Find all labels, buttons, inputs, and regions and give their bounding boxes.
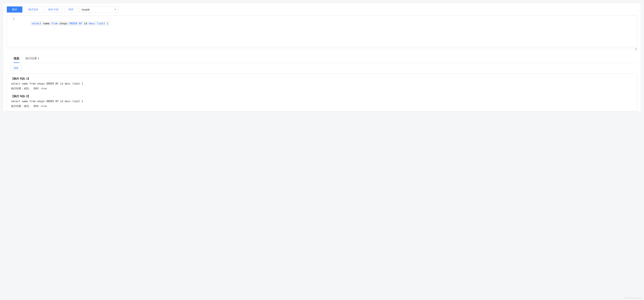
result-sql: select name from shops ORDER BY id desc … [11, 100, 633, 103]
result-head: 【执行 SQL 1】 [11, 77, 633, 80]
database-select[interactable]: tdsqldb [80, 6, 118, 12]
splitter[interactable] [7, 49, 637, 51]
line-number: 1 [7, 17, 14, 21]
execute-button[interactable]: 执行 [7, 6, 22, 12]
editor-code[interactable]: select name from shops ORDER BY id desc … [16, 16, 637, 47]
collapse-down-icon[interactable] [635, 49, 637, 50]
result-meta: 执行结果：成功,耗时：4 ms [11, 87, 633, 90]
result-panel: 【执行 SQL 1】select name from shops ORDER B… [7, 73, 637, 111]
toolbar: 执行 格式优化 执行计划 保存 tdsqldb [4, 3, 640, 15]
sql-editor[interactable]: 1 select name from shops ORDER BY id des… [7, 15, 637, 47]
result-block: 【执行 SQL 1】select name from shops ORDER B… [11, 77, 633, 90]
result-tabs: 信息 执行结果 1 [7, 53, 637, 63]
result-head: 【执行 SQL 2】 [11, 95, 633, 98]
collapse-up-icon[interactable] [635, 48, 637, 49]
result-sql: select name from shops ORDER BY id desc … [11, 82, 633, 85]
clear-button[interactable]: 清除 [10, 65, 22, 71]
chevron-down-icon [114, 9, 116, 10]
format-button[interactable]: 格式优化 [24, 6, 42, 12]
database-select-value: tdsqldb [82, 8, 90, 11]
main-panel: 执行 格式优化 执行计划 保存 tdsqldb 1 select name fr… [4, 3, 640, 111]
editor-gutter: 1 [7, 16, 16, 47]
explain-button[interactable]: 执行计划 [44, 6, 62, 12]
sql-line[interactable]: select name from shops ORDER BY id desc … [31, 21, 109, 26]
result-block: 【执行 SQL 2】select name from shops ORDER B… [11, 95, 633, 108]
result-meta: 执行结果：成功,耗时：5 ms [11, 105, 633, 108]
save-button[interactable]: 保存 [64, 6, 77, 12]
tab-result-1[interactable]: 执行结果 1 [26, 55, 39, 63]
tab-info[interactable]: 信息 [14, 55, 19, 63]
